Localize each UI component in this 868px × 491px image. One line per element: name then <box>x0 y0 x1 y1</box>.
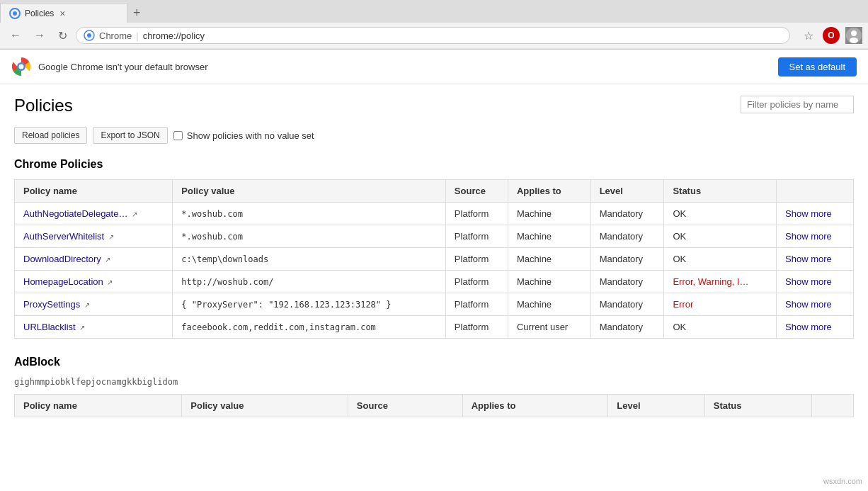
col-policy-value: Policy value <box>173 180 446 203</box>
adblock-col-applies-to: Applies to <box>462 395 608 417</box>
external-link-icon: ↗ <box>84 301 90 309</box>
chrome-tab-icon <box>9 8 21 19</box>
adblock-col-level: Level <box>608 395 704 417</box>
policy-applies-to-cell: Machine <box>508 225 590 248</box>
page-content: Policies Reload policies Export to JSON … <box>0 84 868 446</box>
show-more-link[interactable]: Show more <box>785 231 832 242</box>
policy-source-cell: Platform <box>445 225 508 248</box>
policy-name-cell: DownloadDirectory ↗ <box>15 248 173 271</box>
table-row: URLBlacklist ↗ faceebook.com,reddit.com,… <box>15 316 854 339</box>
tab-policies-label: Policies <box>25 9 54 18</box>
policy-value-cell: { "ProxyServer": "192.168.123.123:3128" … <box>173 293 446 316</box>
chrome-policies-section: Chrome Policies Policy name Policy value… <box>14 158 854 339</box>
external-link-icon: ↗ <box>107 278 113 286</box>
adblock-thead: Policy name Policy value Source Applies … <box>15 395 854 417</box>
policy-level-cell: Mandatory <box>590 248 664 271</box>
policy-name-link[interactable]: AuthNegotiateDelegate… <box>23 208 127 219</box>
policy-source-cell: Platform <box>445 203 508 225</box>
reload-policies-button[interactable]: Reload policies <box>14 127 87 144</box>
policy-actions-cell: Show more <box>777 316 854 339</box>
chrome-policies-thead: Policy name Policy value Source Applies … <box>15 180 854 203</box>
chrome-policies-title: Chrome Policies <box>14 158 854 171</box>
set-default-button[interactable]: Set as default <box>778 57 857 77</box>
show-more-link[interactable]: Show more <box>785 208 832 219</box>
page-header: Policies <box>14 96 854 115</box>
back-button[interactable]: ← <box>6 28 25 43</box>
tab-policies[interactable]: Policies × <box>0 3 127 23</box>
policy-name-cell: HomepageLocation ↗ <box>15 271 173 293</box>
show-more-link[interactable]: Show more <box>785 322 832 332</box>
bookmark-icon[interactable]: ☆ <box>800 27 817 44</box>
page-title: Policies <box>14 96 73 115</box>
adblock-policies-table: Policy name Policy value Source Applies … <box>14 394 854 417</box>
policy-status-cell: OK <box>664 203 777 225</box>
svg-point-1 <box>13 11 17 16</box>
external-link-icon: ↗ <box>132 210 137 218</box>
svg-point-10 <box>19 64 24 69</box>
security-icon <box>84 30 95 41</box>
filter-policies-input[interactable] <box>741 96 854 113</box>
show-more-link[interactable]: Show more <box>785 299 832 310</box>
external-link-icon: ↗ <box>105 256 110 264</box>
policy-name-link[interactable]: ProxySettings <box>23 299 80 310</box>
export-json-button[interactable]: Export to JSON <box>93 127 167 144</box>
policy-value-cell: *.woshub.com <box>173 203 446 225</box>
adblock-section: AdBlock gighmmpiobklfepjocnamgkkbiglidom… <box>14 356 854 417</box>
col-applies-to: Applies to <box>508 180 590 203</box>
policy-actions-cell: Show more <box>777 203 854 225</box>
policy-name-link[interactable]: DownloadDirectory <box>23 254 101 264</box>
adblock-col-actions <box>812 395 854 417</box>
policy-name-link[interactable]: AuthServerWhitelist <box>23 231 104 242</box>
chrome-logo-icon <box>11 57 31 77</box>
col-source: Source <box>445 180 508 203</box>
opera-icon[interactable]: O <box>823 27 840 44</box>
browser-chrome: Policies × + ← → ↻ Chrome | chrome://pol… <box>0 0 868 50</box>
policy-name-cell: URLBlacklist ↗ <box>15 316 173 339</box>
tab-close-button[interactable]: × <box>59 8 65 19</box>
table-row: AuthNegotiateDelegate… ↗ *.woshub.com Pl… <box>15 203 854 225</box>
policy-status-cell: Error, Warning, I… <box>664 271 777 293</box>
policy-status-cell: Error <box>664 293 777 316</box>
col-status: Status <box>664 180 777 203</box>
policy-status-cell: OK <box>664 225 777 248</box>
show-more-link[interactable]: Show more <box>785 276 832 287</box>
table-row: HomepageLocation ↗ http://woshub.com/ Pl… <box>15 271 854 293</box>
show-no-value-text: Show policies with no value set <box>187 130 314 141</box>
policy-applies-to-cell: Machine <box>508 271 590 293</box>
policy-source-cell: Platform <box>445 316 508 339</box>
table-row: DownloadDirectory ↗ c:\temp\downloads Pl… <box>15 248 854 271</box>
chrome-policies-header-row: Policy name Policy value Source Applies … <box>15 180 854 203</box>
refresh-button[interactable]: ↻ <box>54 28 72 44</box>
external-link-icon: ↗ <box>79 324 85 332</box>
address-bar[interactable]: Chrome | chrome://policy <box>76 27 790 44</box>
policy-name-link[interactable]: URLBlacklist <box>23 322 76 332</box>
forward-button[interactable]: → <box>30 28 50 43</box>
table-row: AuthServerWhitelist ↗ *.woshub.com Platf… <box>15 225 854 248</box>
adblock-title: AdBlock <box>14 356 854 368</box>
policy-applies-to-cell: Machine <box>508 248 590 271</box>
policy-level-cell: Mandatory <box>590 225 664 248</box>
policy-status-cell: OK <box>664 248 777 271</box>
adblock-col-policy-value: Policy value <box>182 395 348 417</box>
show-more-link[interactable]: Show more <box>785 254 832 264</box>
policy-status-cell: OK <box>664 316 777 339</box>
external-link-icon: ↗ <box>108 233 114 241</box>
policy-applies-to-cell: Current user <box>508 316 590 339</box>
policy-level-cell: Mandatory <box>590 293 664 316</box>
policy-actions-cell: Show more <box>777 271 854 293</box>
policy-name-link[interactable]: HomepageLocation <box>23 276 103 287</box>
adblock-col-policy-name: Policy name <box>15 395 182 417</box>
adblock-extension-id: gighmmpiobklfepjocnamgkkbiglidom <box>14 377 854 387</box>
adblock-col-status: Status <box>704 395 812 417</box>
show-no-value-label[interactable]: Show policies with no value set <box>173 130 314 141</box>
policy-actions-cell: Show more <box>777 293 854 316</box>
policy-applies-to-cell: Machine <box>508 293 590 316</box>
policy-actions-cell: Show more <box>777 225 854 248</box>
default-browser-banner: Google Chrome isn't your default browser… <box>0 50 868 84</box>
col-policy-name: Policy name <box>15 180 173 203</box>
policy-value-cell: http://woshub.com/ <box>173 271 446 293</box>
new-tab-button[interactable]: + <box>127 3 147 23</box>
show-no-value-checkbox[interactable] <box>173 131 183 140</box>
profile-icon[interactable] <box>845 27 862 44</box>
policy-level-cell: Mandatory <box>590 203 664 225</box>
